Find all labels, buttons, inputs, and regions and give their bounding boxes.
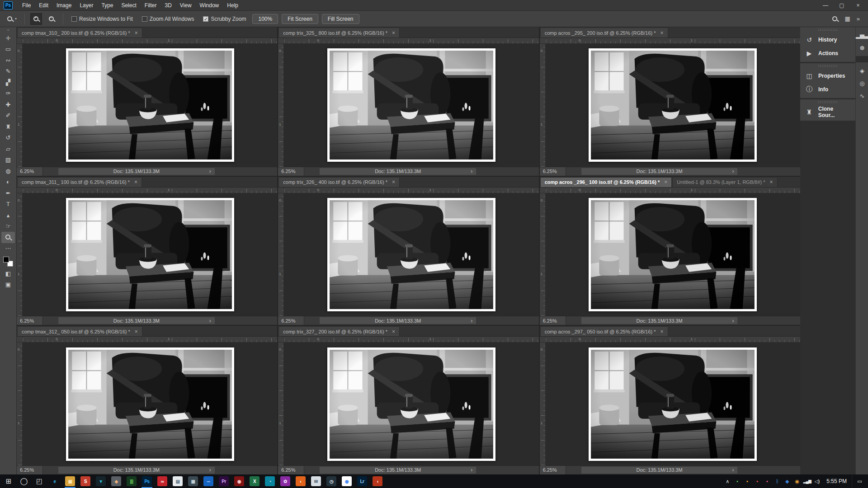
canvas[interactable] [546, 44, 800, 167]
workspace-switcher-icon[interactable]: ▦ [844, 15, 850, 22]
panel-grip[interactable] [818, 65, 838, 67]
menu-file[interactable]: File [18, 0, 35, 11]
vertical-ruler[interactable]: 0 1 [540, 44, 546, 167]
histogram-icon[interactable]: ▂▅▃ [857, 30, 868, 41]
zoom-out-button[interactable]: − [46, 13, 57, 25]
blur-tool[interactable]: ◍ [1, 165, 15, 177]
horizontal-ruler[interactable]: 0 1 [546, 337, 800, 343]
document-tab[interactable]: comp trix_327_ 200 iso.tif @ 6.25% (RGB/… [278, 326, 400, 336]
crop-tool[interactable]: ▞ [1, 77, 15, 88]
dodge-tool[interactable]: ◐ [1, 177, 15, 188]
zoom-level-field[interactable]: 6.25% [17, 316, 43, 325]
menu-edit[interactable]: Edit [35, 0, 52, 11]
color-swatches[interactable] [3, 256, 14, 267]
clone-stamp-tool[interactable]: ♜ [1, 121, 15, 132]
close-icon[interactable]: × [850, 0, 866, 10]
vertical-ruler[interactable]: 0 1 [17, 193, 23, 316]
close-tab-icon[interactable]: × [134, 179, 137, 185]
document-tab[interactable]: comp acros _297_ 050 iso.tif @ 6.25% (RG… [540, 326, 668, 336]
menu-image[interactable]: Image [52, 0, 75, 11]
path-selection-tool[interactable]: ▴ [1, 210, 15, 221]
taskbar-app-davinci[interactable]: ◉ [231, 474, 247, 488]
taskbar-app-photos[interactable]: ✿ [278, 474, 293, 488]
healing-brush-tool[interactable]: ✚ [1, 99, 15, 110]
zoom-level-field[interactable]: 6.25% [540, 466, 566, 474]
canvas[interactable] [546, 193, 800, 316]
horizontal-ruler[interactable]: 0 1 [23, 38, 277, 44]
menu-type[interactable]: Type [97, 0, 117, 11]
panel-grip[interactable] [818, 101, 838, 103]
taskbar-app-edge[interactable]: e [47, 474, 62, 488]
doc-size-info[interactable]: Doc: 135.1M/133.3M › [581, 168, 738, 175]
quick-mask-button[interactable]: ◧ [1, 268, 15, 279]
fit-screen-button[interactable]: Fit Screen [282, 14, 318, 24]
quick-selection-tool[interactable]: ✎ [1, 66, 15, 77]
tray-chevron-icon[interactable]: ∧ [723, 475, 732, 488]
minimize-icon[interactable]: — [817, 0, 834, 10]
doc-size-info[interactable]: Doc: 135.1M/133.3M › [581, 317, 738, 324]
network-icon[interactable]: ▂▄▆ [802, 475, 811, 488]
taskbar-app-alarm[interactable]: ◷ [324, 474, 339, 488]
search-icon[interactable] [832, 16, 838, 22]
close-tab-icon[interactable]: × [770, 179, 773, 185]
taskbar-app-3d[interactable]: ◆ [108, 474, 124, 488]
vertical-ruler[interactable]: 0 1 [278, 343, 284, 465]
panel-actions[interactable]: ▶ Actions [800, 47, 855, 60]
panel-info[interactable]: ⓘ Info [800, 83, 855, 96]
document-tab[interactable]: comp tmax_310_ 200 iso.tif @ 6.25% (RGB/… [17, 28, 142, 38]
taskbar-app-excel[interactable]: X [247, 474, 262, 488]
zoom-level-field[interactable]: 6.25% [278, 167, 304, 176]
canvas[interactable] [546, 343, 800, 465]
zoom-level-field[interactable]: 6.25% [278, 466, 304, 474]
history-brush-tool[interactable]: ↺ [1, 132, 15, 144]
doc-size-info[interactable]: Doc: 135.1M/133.3M › [58, 317, 215, 324]
document-tab-active[interactable]: comp acros _296_ 100 iso.tif @ 6.25% (RG… [540, 177, 672, 187]
brush-tool[interactable]: ✐ [1, 110, 15, 122]
task-view-button[interactable]: ◰ [32, 474, 47, 488]
canvas[interactable] [284, 343, 538, 465]
menu-3d[interactable]: 3D [160, 0, 175, 11]
taskbar-app-notepad[interactable]: ▤ [170, 474, 185, 488]
taskbar-app-firefox[interactable]: ◗ [293, 474, 308, 488]
zoom-level-field[interactable]: 6.25% [17, 466, 43, 474]
taskbar-app-file-explorer[interactable]: ▣ [62, 474, 78, 488]
menu-layer[interactable]: Layer [75, 0, 97, 11]
taskbar-app-blue[interactable]: ∽ [201, 474, 216, 488]
menu-view[interactable]: View [176, 0, 196, 11]
canvas[interactable] [284, 44, 538, 167]
zoom-in-button[interactable]: + [30, 13, 42, 25]
menu-help[interactable]: Help [223, 0, 242, 11]
screen-mode-button[interactable]: ▣ [1, 279, 15, 291]
menu-window[interactable]: Window [196, 0, 223, 11]
navigator-icon[interactable]: ☸ [857, 42, 868, 53]
tray-icon-orange[interactable]: ▪ [743, 475, 752, 488]
zoom-level-field[interactable]: 6.25% [540, 167, 566, 176]
horizontal-ruler[interactable]: 0 1 [284, 188, 538, 193]
panel-collapse-icon[interactable]: » [857, 15, 860, 22]
canvas[interactable] [23, 44, 277, 167]
eraser-tool[interactable]: ▱ [1, 143, 15, 155]
taskbar-app-audio[interactable]: ||| [124, 474, 139, 488]
menu-select[interactable]: Select [117, 0, 140, 11]
vertical-ruler[interactable]: 0 1 [540, 343, 546, 465]
vertical-ruler[interactable]: 0 1 [17, 343, 23, 465]
scrubby-zoom-checkbox[interactable]: ✓ Scrubby Zoom [203, 16, 246, 22]
tray-icon-pink[interactable]: ▪ [763, 475, 772, 488]
taskbar-app-sketchup[interactable]: S [78, 474, 93, 488]
panel-history[interactable]: ↺ History [800, 33, 855, 47]
vertical-ruler[interactable]: 0 1 [540, 193, 546, 316]
menu-filter[interactable]: Filter [141, 0, 161, 11]
horizontal-ruler[interactable]: 0 1 [546, 188, 800, 193]
volume-icon[interactable]: ◁) [812, 475, 821, 488]
horizontal-ruler[interactable]: 0 1 [284, 38, 538, 44]
canvas[interactable] [23, 343, 277, 465]
taskbar-app-photoshop[interactable]: Ps [139, 474, 155, 488]
panel-properties[interactable]: ◫ Properties [800, 69, 855, 83]
eyedropper-tool[interactable]: ✑ [1, 88, 15, 99]
type-tool[interactable]: T [1, 199, 15, 210]
zoom-all-windows-checkbox[interactable]: Zoom All Windows [142, 16, 194, 22]
layers-icon[interactable]: ◈ [857, 65, 868, 76]
horizontal-ruler[interactable]: 0 1 [546, 38, 800, 44]
zoom-100-button[interactable]: 100% [252, 14, 278, 24]
close-tab-icon[interactable]: × [392, 328, 395, 335]
